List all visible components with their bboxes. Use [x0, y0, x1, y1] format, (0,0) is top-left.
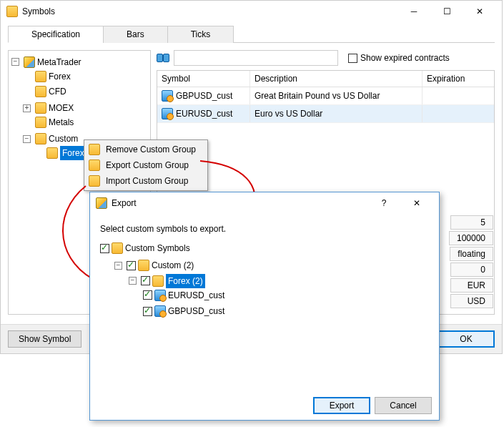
- tree-item-custom-forex[interactable]: Forex: [60, 146, 87, 160]
- expand-icon[interactable]: +: [23, 104, 31, 112]
- export-item[interactable]: GBPUSD_cust: [168, 304, 224, 318]
- close-button[interactable]: ✕: [463, 1, 496, 22]
- folder-icon: [46, 147, 58, 159]
- checkbox[interactable]: [143, 307, 152, 316]
- tree-item-metals[interactable]: Metals: [49, 115, 74, 129]
- metatrader-icon: [24, 57, 35, 68]
- export-custom[interactable]: Custom (2): [152, 258, 194, 273]
- app-icon: [6, 6, 18, 17]
- symbol-icon: [154, 305, 166, 317]
- col-description[interactable]: Description: [250, 71, 423, 87]
- checkbox[interactable]: [100, 244, 109, 253]
- window-title: Symbols: [22, 6, 397, 16]
- export-item[interactable]: EURUSD_cust: [168, 288, 224, 303]
- import-icon: [89, 175, 100, 187]
- menu-remove-group[interactable]: Remove Custom Group: [86, 142, 206, 157]
- col-symbol[interactable]: Symbol: [157, 71, 250, 87]
- export-title: Export: [112, 198, 367, 208]
- symbol-icon: [154, 290, 166, 301]
- tab-bars[interactable]: Bars: [103, 26, 168, 43]
- tree-item-forex[interactable]: Forex: [49, 69, 71, 84]
- property-values: 5 100000 floating 0 EUR USD: [449, 215, 493, 308]
- prop-value[interactable]: USD: [450, 294, 493, 308]
- symbol-icon: [162, 90, 173, 102]
- export-button[interactable]: Export: [313, 397, 370, 414]
- tree-item-custom[interactable]: Custom: [49, 132, 78, 146]
- prop-value: 0: [450, 262, 493, 277]
- minimize-button[interactable]: ─: [397, 1, 430, 22]
- symbol-icon: [162, 108, 173, 119]
- folder-icon: [35, 86, 46, 97]
- table-row[interactable]: GBPUSD_cust Great Britain Pound vs US Do…: [157, 87, 494, 105]
- folder-icon: [35, 117, 46, 128]
- close-button[interactable]: ✕: [400, 192, 433, 214]
- binoculars-icon: [157, 52, 169, 64]
- export-dialog: Export ? ✕ Select custom symbols to expo…: [89, 192, 440, 421]
- export-icon: [89, 159, 100, 171]
- prop-value: 100000: [449, 231, 493, 245]
- col-expiration[interactable]: Expiration: [423, 71, 494, 87]
- folder-icon: [152, 275, 164, 287]
- prop-value: floating: [450, 247, 493, 261]
- search-input[interactable]: [174, 50, 338, 66]
- export-hint: Select custom symbols to export.: [100, 224, 429, 234]
- show-expired-checkbox[interactable]: Show expired contracts: [348, 53, 450, 63]
- ok-button[interactable]: OK: [438, 330, 495, 348]
- maximize-button[interactable]: ☐: [430, 1, 463, 22]
- tree-root[interactable]: MetaTrader: [37, 55, 81, 69]
- help-button[interactable]: ?: [367, 192, 400, 214]
- table-row[interactable]: EURUSD_cust Euro vs US Dollar: [157, 105, 494, 123]
- checkbox[interactable]: [143, 290, 152, 300]
- export-root[interactable]: Custom Symbols: [125, 241, 190, 255]
- context-menu: Remove Custom Group Export Custom Group …: [84, 139, 208, 191]
- show-symbol-button[interactable]: Show Symbol: [8, 330, 81, 348]
- export-tree[interactable]: Custom Symbols −Custom (2) −Forex (2) EU…: [100, 241, 429, 320]
- checkbox[interactable]: [141, 276, 150, 285]
- titlebar: Symbols ─ ☐ ✕: [1, 1, 502, 22]
- menu-import-group[interactable]: Import Custom Group: [86, 173, 206, 189]
- tree-item-cfd[interactable]: CFD: [49, 84, 66, 99]
- tab-ticks[interactable]: Ticks: [167, 26, 234, 43]
- remove-icon: [89, 144, 100, 155]
- cancel-button[interactable]: Cancel: [375, 397, 432, 414]
- app-icon: [96, 197, 107, 209]
- export-buttons: Export Cancel: [90, 391, 439, 420]
- prop-value: EUR: [450, 278, 493, 293]
- collapse-icon[interactable]: −: [11, 58, 19, 66]
- tab-specification[interactable]: Specification: [8, 26, 104, 43]
- collapse-icon[interactable]: −: [23, 135, 31, 143]
- tree-item-moex[interactable]: MOEX: [49, 101, 74, 115]
- export-forex[interactable]: Forex (2): [166, 274, 205, 288]
- export-titlebar: Export ? ✕: [90, 192, 439, 214]
- tab-strip: Specification Bars Ticks: [8, 25, 495, 43]
- checkbox[interactable]: [127, 261, 136, 270]
- folder-icon: [35, 71, 46, 82]
- collapse-icon[interactable]: −: [129, 277, 137, 285]
- folder-icon: [138, 260, 149, 271]
- prop-value: 5: [450, 215, 493, 230]
- folder-icon: [112, 242, 123, 254]
- folder-icon: [35, 133, 46, 144]
- menu-export-group[interactable]: Export Custom Group: [86, 157, 206, 173]
- folder-icon: [35, 102, 46, 114]
- collapse-icon[interactable]: −: [114, 262, 122, 270]
